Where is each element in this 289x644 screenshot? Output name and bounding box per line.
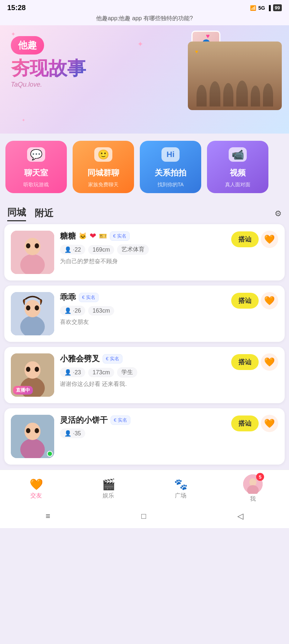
greet-btn-2[interactable]: 搭讪 [231, 293, 259, 309]
user1-verified: € 实名 [110, 231, 130, 241]
card-action-3: 搭讪 🧡 [231, 353, 278, 371]
user-card-2: 乖乖 € 实名 👤 ·26 163cm 喜欢交朋友 搭讪 🧡 [4, 286, 285, 342]
tab-fujin[interactable]: 附近 [35, 207, 53, 221]
hero-main-title: 夯现故事 [11, 58, 86, 79]
user3-verified: € 实名 [103, 354, 122, 364]
cards-container: 糖糖 🐱 ❤ 🎫 € 实名 👤 ·22 169cm 艺术体育 为自己的梦想奋不顾… [0, 224, 289, 465]
svg-point-22 [26, 428, 30, 433]
user1-height-tag: 169cm [88, 245, 114, 254]
avatar-wrap-4 [11, 415, 54, 458]
filter-settings-icon[interactable]: ⚙︎ [275, 209, 282, 218]
age-icon2: 👤 [64, 307, 72, 314]
nav-friends[interactable]: 🧡 交友 [18, 478, 54, 500]
user3-bio: 谢谢你这么好看 还来看我. [60, 380, 225, 388]
svg-point-23 [35, 428, 39, 433]
hero-text-area: 他趣 夯现故事 TaQu.love. [11, 36, 86, 88]
signal-icon: ▐ [267, 5, 271, 11]
hero-banner: ✦ ✦ ✦ 他趣 夯现故事 TaQu.love. 👤 ♥ [0, 25, 289, 134]
svg-point-4 [26, 243, 30, 248]
user1-cat-icon: 🐱 [79, 232, 87, 240]
nav-entertainment[interactable]: 🎬 娱乐 [90, 478, 126, 500]
svg-point-16 [26, 367, 30, 372]
user-info-1: 糖糖 🐱 ❤ 🎫 € 实名 👤 ·22 169cm 艺术体育 为自己的梦想奋不顾… [60, 231, 225, 265]
hero-photo-collage: 👤 ♥ ♥ [173, 31, 282, 125]
action-combined-4: 搭讪 🧡 [231, 415, 278, 432]
svg-point-5 [35, 243, 39, 248]
feature-chatroom[interactable]: 💬 聊天室 听歌玩游戏 [5, 141, 67, 193]
user-info-4: 灵活的小饼干 € 实名 👤 ·35 [60, 415, 225, 441]
user-name-row-4: 灵活的小饼干 € 实名 [60, 415, 225, 426]
age-icon4: 👤 [64, 430, 72, 437]
user3-height-tag: 173cm [88, 368, 114, 377]
user1-interest-tag: 艺术体育 [117, 244, 149, 255]
page-title: 他趣app;他趣 app 有哪些独特的功能? [96, 15, 193, 21]
user1-heart-icon: ❤ [90, 231, 96, 241]
user-info-3: 小雅会劈叉 € 实名 👤 ·23 173cm 学生 谢谢你这么好看 还来看我. [60, 353, 225, 388]
user-name-1: 糖糖 [60, 231, 76, 242]
chatroom-name: 聊天室 [24, 167, 48, 178]
feature-relation-snap[interactable]: Hi 关系拍拍 找到你的TA [140, 141, 201, 193]
friends-label: 交友 [30, 492, 42, 500]
entertainment-label: 娱乐 [103, 492, 114, 500]
hero-main-photo [188, 42, 282, 110]
user2-height-tag: 163cm [88, 306, 114, 316]
user4-tags: 👤 ·35 [60, 428, 225, 438]
avatar-wrap-2 [11, 292, 54, 335]
android-home-btn[interactable]: □ [141, 512, 146, 521]
card-action-2: 搭讪 🧡 [231, 292, 278, 309]
like-btn-1[interactable]: 🧡 [261, 231, 278, 248]
user-name-2: 乖乖 [60, 292, 76, 303]
like-btn-4[interactable]: 🧡 [261, 415, 278, 432]
user-card-3: 直播中 小雅会劈叉 € 实名 👤 ·23 173cm 学生 谢谢你这么好看 还来… [4, 347, 285, 403]
user2-verified: € 实名 [79, 293, 99, 302]
profile-label: 我 [250, 495, 256, 503]
feature-video[interactable]: 📹 视频 真人面对面 [207, 141, 268, 193]
nav-plaza[interactable]: 🐾 广场 [163, 478, 199, 500]
user3-interest-tag: 学生 [117, 367, 137, 378]
bottom-nav: 🧡 交友 🎬 娱乐 🐾 广场 5 我 [0, 470, 289, 506]
tab-tongcheng[interactable]: 同城 [7, 206, 26, 221]
status-bar: 15:28 📶 5G ▐ 99 [0, 0, 289, 14]
deco-heart1: ♥ [206, 32, 210, 40]
like-btn-2[interactable]: 🧡 [261, 292, 278, 309]
user4-age-tag: 👤 ·35 [60, 428, 85, 438]
android-menu-btn[interactable]: ≡ [46, 512, 50, 521]
hero-badge: 他趣 [11, 36, 44, 55]
age-icon3: 👤 [64, 369, 72, 376]
card-action-1: 搭讪 🧡 [231, 231, 278, 248]
user2-bio: 喜欢交朋友 [60, 318, 225, 326]
svg-point-10 [26, 305, 30, 310]
chatroom-desc: 听歌玩游戏 [23, 182, 49, 188]
user-info-2: 乖乖 € 实名 👤 ·26 163cm 喜欢交朋友 [60, 292, 225, 326]
feature-group-chat[interactable]: 🙂 同城群聊 家族免费聊天 [73, 141, 134, 193]
user3-age-tag: 👤 ·23 [60, 367, 85, 377]
nav-profile[interactable]: 5 我 [235, 474, 271, 503]
like-btn-3[interactable]: 🧡 [261, 353, 278, 371]
greet-btn-1[interactable]: 搭讪 [231, 231, 259, 247]
age-icon: 👤 [64, 246, 72, 253]
user-name-row-2: 乖乖 € 实名 [60, 292, 225, 303]
android-back-btn[interactable]: ◁ [237, 512, 243, 521]
video-name: 视频 [230, 167, 246, 178]
user-name-row-1: 糖糖 🐱 ❤ 🎫 € 实名 [60, 231, 225, 242]
battery-indicator: 99 [273, 4, 282, 11]
friends-icon: 🧡 [30, 478, 43, 491]
user-name-row-3: 小雅会劈叉 € 实名 [60, 353, 225, 364]
nav-avatar-wrap: 5 [243, 474, 263, 494]
user1-tags: 👤 ·22 169cm 艺术体育 [60, 244, 225, 255]
action-combined-3: 搭讪 🧡 [231, 353, 278, 371]
avatar-wrap-3: 直播中 [11, 353, 54, 397]
group-chat-name: 同城群聊 [87, 167, 119, 178]
deco-star2: ✦ [137, 40, 143, 48]
greet-btn-4[interactable]: 搭讪 [231, 415, 259, 431]
chatroom-icon: 💬 [27, 147, 45, 162]
video-icon: 📹 [229, 147, 247, 162]
card-action-4: 搭讪 🧡 [231, 415, 278, 432]
greet-btn-3[interactable]: 搭讪 [231, 354, 259, 370]
group-chat-icon: 🙂 [94, 147, 112, 162]
avatar-wrap-1 [11, 231, 54, 274]
sim-icon: 📶 [250, 5, 256, 11]
title-bar: 他趣app;他趣 app 有哪些独特的功能? [0, 14, 289, 25]
user-name-3: 小雅会劈叉 [60, 353, 100, 364]
status-time: 15:28 [7, 4, 26, 12]
